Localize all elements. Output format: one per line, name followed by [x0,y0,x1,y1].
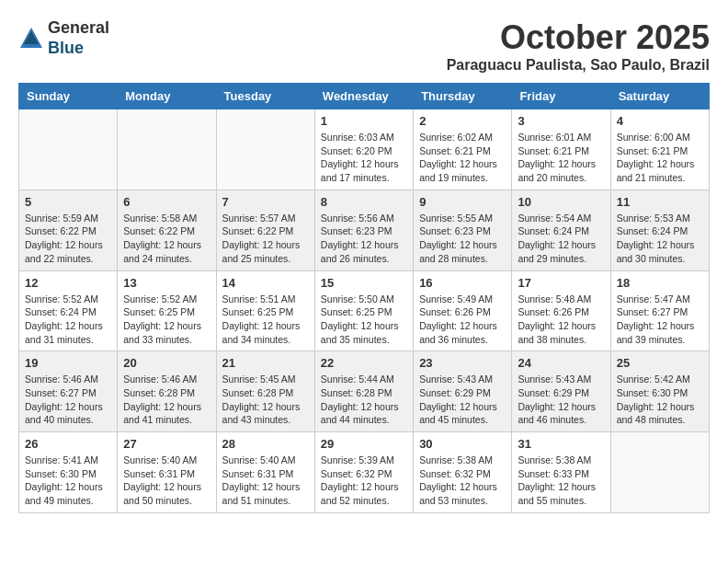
day-info: Sunrise: 5:59 AM Sunset: 6:22 PM Dayligh… [25,212,111,266]
day-number: 29 [321,437,407,451]
calendar-day-cell: 24Sunrise: 5:43 AM Sunset: 6:29 PM Dayli… [512,351,610,432]
calendar-day-cell: 15Sunrise: 5:50 AM Sunset: 6:25 PM Dayli… [314,270,413,351]
day-number: 1 [321,114,407,128]
calendar-day-cell: 26Sunrise: 5:41 AM Sunset: 6:30 PM Dayli… [19,432,118,513]
day-number: 10 [518,195,604,209]
day-number: 7 [222,195,309,209]
logo-icon [18,26,44,52]
calendar-day-cell: 4Sunrise: 6:00 AM Sunset: 6:21 PM Daylig… [610,109,709,190]
day-info: Sunrise: 6:00 AM Sunset: 6:21 PM Dayligh… [617,131,703,185]
weekday-header: Saturday [610,84,709,109]
day-number: 19 [25,356,111,370]
weekday-header: Tuesday [216,84,314,109]
calendar-day-cell: 18Sunrise: 5:47 AM Sunset: 6:27 PM Dayli… [610,270,709,351]
calendar-day-cell: 13Sunrise: 5:52 AM Sunset: 6:25 PM Dayli… [118,270,216,351]
weekday-header: Wednesday [314,84,413,109]
calendar-day-cell: 1Sunrise: 6:03 AM Sunset: 6:20 PM Daylig… [314,109,413,190]
day-number: 30 [419,437,506,451]
calendar-day-cell [610,432,709,513]
day-info: Sunrise: 5:49 AM Sunset: 6:26 PM Dayligh… [419,293,506,347]
day-info: Sunrise: 5:40 AM Sunset: 6:31 PM Dayligh… [222,454,309,508]
day-number: 8 [321,195,407,209]
day-info: Sunrise: 5:43 AM Sunset: 6:29 PM Dayligh… [419,373,506,427]
day-number: 28 [222,437,309,451]
title-block: October 2025 Paraguacu Paulista, Sao Pau… [447,18,710,74]
weekday-header: Monday [118,84,216,109]
calendar-day-cell: 19Sunrise: 5:46 AM Sunset: 6:27 PM Dayli… [19,351,118,432]
day-info: Sunrise: 5:46 AM Sunset: 6:27 PM Dayligh… [25,373,111,427]
day-number: 4 [617,114,703,128]
day-info: Sunrise: 5:58 AM Sunset: 6:22 PM Dayligh… [123,212,210,266]
calendar-day-cell: 16Sunrise: 5:49 AM Sunset: 6:26 PM Dayli… [414,270,512,351]
calendar-day-cell: 31Sunrise: 5:38 AM Sunset: 6:33 PM Dayli… [512,432,610,513]
calendar-day-cell: 11Sunrise: 5:53 AM Sunset: 6:24 PM Dayli… [610,190,709,270]
calendar-day-cell: 22Sunrise: 5:44 AM Sunset: 6:28 PM Dayli… [314,351,413,432]
calendar-week-row: 26Sunrise: 5:41 AM Sunset: 6:30 PM Dayli… [19,432,710,513]
calendar-day-cell: 8Sunrise: 5:56 AM Sunset: 6:23 PM Daylig… [314,190,413,270]
weekday-header: Friday [512,84,610,109]
calendar-day-cell: 14Sunrise: 5:51 AM Sunset: 6:25 PM Dayli… [216,270,314,351]
day-number: 17 [518,276,604,290]
day-info: Sunrise: 5:39 AM Sunset: 6:32 PM Dayligh… [321,454,407,508]
calendar-day-cell [19,109,118,190]
day-info: Sunrise: 5:43 AM Sunset: 6:29 PM Dayligh… [518,373,604,427]
calendar-day-cell: 7Sunrise: 5:57 AM Sunset: 6:22 PM Daylig… [216,190,314,270]
day-number: 12 [25,276,111,290]
month-title: October 2025 [447,18,710,57]
day-info: Sunrise: 5:51 AM Sunset: 6:25 PM Dayligh… [222,293,309,347]
day-info: Sunrise: 5:53 AM Sunset: 6:24 PM Dayligh… [617,212,703,266]
day-info: Sunrise: 6:02 AM Sunset: 6:21 PM Dayligh… [419,131,506,185]
day-info: Sunrise: 5:40 AM Sunset: 6:31 PM Dayligh… [123,454,210,508]
day-info: Sunrise: 5:55 AM Sunset: 6:23 PM Dayligh… [419,212,506,266]
day-info: Sunrise: 5:41 AM Sunset: 6:30 PM Dayligh… [25,454,111,508]
calendar-week-row: 5Sunrise: 5:59 AM Sunset: 6:22 PM Daylig… [19,190,710,270]
day-info: Sunrise: 5:48 AM Sunset: 6:26 PM Dayligh… [518,293,604,347]
day-info: Sunrise: 5:38 AM Sunset: 6:32 PM Dayligh… [419,454,506,508]
day-number: 15 [321,276,407,290]
calendar-day-cell: 9Sunrise: 5:55 AM Sunset: 6:23 PM Daylig… [414,190,512,270]
day-info: Sunrise: 6:03 AM Sunset: 6:20 PM Dayligh… [321,131,407,185]
logo-general-text: General [48,18,109,39]
weekday-header: Sunday [19,84,118,109]
day-info: Sunrise: 5:47 AM Sunset: 6:27 PM Dayligh… [617,293,703,347]
calendar-day-cell: 23Sunrise: 5:43 AM Sunset: 6:29 PM Dayli… [414,351,512,432]
day-number: 11 [617,195,703,209]
calendar-day-cell: 2Sunrise: 6:02 AM Sunset: 6:21 PM Daylig… [414,109,512,190]
day-number: 3 [518,114,604,128]
calendar-day-cell: 28Sunrise: 5:40 AM Sunset: 6:31 PM Dayli… [216,432,314,513]
calendar-day-cell: 3Sunrise: 6:01 AM Sunset: 6:21 PM Daylig… [512,109,610,190]
day-info: Sunrise: 5:45 AM Sunset: 6:28 PM Dayligh… [222,373,309,427]
day-info: Sunrise: 5:57 AM Sunset: 6:22 PM Dayligh… [222,212,309,266]
weekday-header: Thursday [414,84,512,109]
day-info: Sunrise: 5:52 AM Sunset: 6:24 PM Dayligh… [25,293,111,347]
location-text: Paraguacu Paulista, Sao Paulo, Brazil [447,57,710,74]
day-info: Sunrise: 5:38 AM Sunset: 6:33 PM Dayligh… [518,454,604,508]
day-info: Sunrise: 6:01 AM Sunset: 6:21 PM Dayligh… [518,131,604,185]
calendar-day-cell: 12Sunrise: 5:52 AM Sunset: 6:24 PM Dayli… [19,270,118,351]
calendar-day-cell: 21Sunrise: 5:45 AM Sunset: 6:28 PM Dayli… [216,351,314,432]
logo-blue-text: Blue [48,39,109,59]
page-header: General Blue October 2025 Paraguacu Paul… [18,18,710,74]
day-number: 31 [518,437,604,451]
calendar-day-cell: 27Sunrise: 5:40 AM Sunset: 6:31 PM Dayli… [118,432,216,513]
day-number: 26 [25,437,111,451]
day-number: 25 [617,356,703,370]
day-info: Sunrise: 5:52 AM Sunset: 6:25 PM Dayligh… [123,293,210,347]
calendar-day-cell: 29Sunrise: 5:39 AM Sunset: 6:32 PM Dayli… [314,432,413,513]
calendar-table: SundayMondayTuesdayWednesdayThursdayFrid… [18,83,710,513]
calendar-week-row: 19Sunrise: 5:46 AM Sunset: 6:27 PM Dayli… [19,351,710,432]
day-number: 14 [222,276,309,290]
day-number: 23 [419,356,506,370]
calendar-week-row: 1Sunrise: 6:03 AM Sunset: 6:20 PM Daylig… [19,109,710,190]
weekday-header-row: SundayMondayTuesdayWednesdayThursdayFrid… [19,84,710,109]
day-number: 20 [123,356,210,370]
logo: General Blue [18,18,109,58]
day-number: 24 [518,356,604,370]
calendar-week-row: 12Sunrise: 5:52 AM Sunset: 6:24 PM Dayli… [19,270,710,351]
calendar-day-cell: 25Sunrise: 5:42 AM Sunset: 6:30 PM Dayli… [610,351,709,432]
day-number: 9 [419,195,506,209]
calendar-day-cell: 5Sunrise: 5:59 AM Sunset: 6:22 PM Daylig… [19,190,118,270]
calendar-day-cell: 30Sunrise: 5:38 AM Sunset: 6:32 PM Dayli… [414,432,512,513]
day-number: 13 [123,276,210,290]
calendar-day-cell: 6Sunrise: 5:58 AM Sunset: 6:22 PM Daylig… [118,190,216,270]
